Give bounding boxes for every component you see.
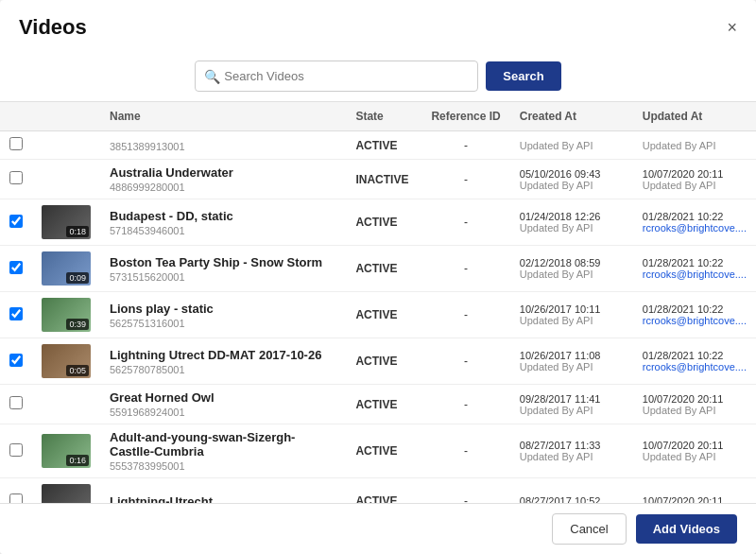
close-button[interactable]: × [727, 19, 737, 36]
video-name-1: Australia Underwater [110, 165, 336, 180]
video-updated-5: 01/28/2021 10:22rcrooks@brightcove.... [633, 338, 756, 385]
video-id-0: 3851389913001 [110, 141, 336, 152]
video-duration-3: 0:09 [66, 272, 89, 284]
videos-table-container: Name State Reference ID Created At Updat… [0, 101, 756, 503]
table-row: Great Horned Owl5591968924001ACTIVE-09/2… [0, 385, 756, 424]
video-thumbnail-5: 0:05 [42, 344, 91, 378]
video-ref-3: - [421, 246, 509, 292]
row-checkbox-0[interactable] [9, 137, 23, 150]
col-updated: Updated At [633, 102, 756, 131]
video-updated-sub-0: Updated By API [643, 140, 747, 151]
row-checkbox-6[interactable] [9, 396, 23, 409]
col-created: Created At [510, 102, 633, 131]
table-row: 0:05Lightning Utrect DD-MAT 2017-10-2656… [0, 338, 756, 385]
video-thumbnail-4: 0:39 [42, 298, 91, 332]
video-state-1: INACTIVE [346, 160, 421, 199]
search-bar: 🔍 Search [0, 51, 756, 101]
video-name-2: Budapest - DD, static [110, 209, 336, 223]
col-ref: Reference ID [421, 102, 509, 131]
video-name-8: Lightning-Utrecht [110, 494, 336, 504]
table-row: 3851389913001ACTIVE-Updated By APIUpdate… [0, 131, 756, 160]
video-updated-sub-7: Updated By API [643, 451, 747, 462]
video-state-5: ACTIVE [346, 338, 421, 385]
videos-modal: Videos × 🔍 Search Name State Reference I… [0, 0, 756, 554]
row-checkbox-4[interactable] [9, 307, 23, 320]
modal-header: Videos × [0, 0, 756, 51]
table-row: 0:16Adult-and-young-swan-Sizergh-Castlle… [0, 424, 756, 478]
video-thumbnail-8 [42, 484, 91, 503]
video-updated-0: Updated By API [633, 131, 756, 160]
search-input[interactable] [195, 61, 478, 92]
video-updated-4: 01/28/2021 10:22rcrooks@brightcove.... [633, 292, 756, 338]
video-updated-8: 10/07/2020 20:11 [633, 478, 756, 504]
video-updated-sub-5[interactable]: rcrooks@brightcove.... [643, 361, 747, 372]
video-created-0: Updated By API [510, 131, 633, 160]
videos-table: Name State Reference ID Created At Updat… [0, 102, 756, 503]
video-state-8: ACTIVE [346, 478, 421, 504]
video-duration-2: 0:18 [66, 226, 89, 237]
row-checkbox-3[interactable] [9, 261, 23, 274]
col-state: State [346, 102, 421, 131]
search-icon: 🔍 [204, 69, 220, 84]
video-updated-sub-4[interactable]: rcrooks@brightcove.... [643, 315, 747, 326]
video-updated-sub-6: Updated By API [643, 405, 747, 416]
video-state-2: ACTIVE [346, 199, 421, 246]
row-checkbox-8[interactable] [9, 493, 23, 504]
video-updated-sub-3[interactable]: rcrooks@brightcove.... [643, 268, 747, 280]
video-created-6: 09/28/2017 11:41Updated By API [510, 385, 633, 424]
video-updated-3: 01/28/2021 10:22rcrooks@brightcove.... [633, 246, 756, 292]
video-created-2: 01/24/2018 12:26Updated By API [510, 199, 633, 246]
col-checkbox [0, 102, 32, 131]
table-row: 0:18Budapest - DD, static5718453946001AC… [0, 199, 756, 246]
video-updated-6: 10/07/2020 20:11Updated By API [633, 385, 756, 424]
video-created-5: 10/26/2017 11:08Updated By API [510, 338, 633, 385]
table-row: Australia Underwater4886999280001INACTIV… [0, 160, 756, 199]
video-updated-sub-1: Updated By API [643, 180, 747, 191]
video-ref-1: - [421, 160, 509, 199]
video-created-1: 05/10/2016 09:43Updated By API [510, 160, 633, 199]
video-updated-1: 10/07/2020 20:11Updated By API [633, 160, 756, 199]
search-button[interactable]: Search [486, 61, 560, 91]
video-updated-sub-2[interactable]: rcrooks@brightcove.... [643, 222, 747, 234]
modal-title: Videos [19, 15, 87, 40]
row-checkbox-1[interactable] [9, 171, 23, 184]
add-videos-button[interactable]: Add Videos [636, 514, 737, 544]
row-checkbox-7[interactable] [9, 443, 23, 457]
video-duration-5: 0:05 [66, 365, 89, 376]
video-thumbnail-7: 0:16 [42, 434, 91, 468]
video-duration-4: 0:39 [66, 319, 89, 330]
video-name-5: Lightning Utrect DD-MAT 2017-10-26 [110, 348, 336, 362]
video-ref-2: - [421, 199, 509, 246]
video-state-4: ACTIVE [346, 292, 421, 338]
video-ref-5: - [421, 338, 509, 385]
col-thumb [32, 102, 100, 131]
video-created-8: 08/27/2017 10:52 [510, 478, 633, 504]
table-row: Lightning-UtrechtACTIVE-08/27/2017 10:52… [0, 478, 756, 504]
video-name-6: Great Horned Owl [110, 390, 336, 405]
video-thumbnail-3: 0:09 [42, 251, 91, 286]
video-created-3: 02/12/2018 08:59Updated By API [510, 246, 633, 292]
video-ref-0: - [421, 131, 509, 160]
video-id-6: 5591968924001 [110, 407, 336, 418]
video-duration-7: 0:16 [66, 455, 89, 466]
video-ref-6: - [421, 385, 509, 424]
video-created-4: 10/26/2017 10:11Updated By API [510, 292, 633, 338]
video-id-7: 5553783995001 [110, 460, 336, 472]
row-checkbox-5[interactable] [9, 354, 23, 367]
video-id-5: 5625780785001 [110, 364, 336, 375]
row-checkbox-2[interactable] [9, 215, 23, 228]
cancel-button[interactable]: Cancel [552, 513, 626, 545]
video-state-6: ACTIVE [346, 385, 421, 424]
video-id-1: 4886999280001 [110, 182, 336, 193]
video-id-2: 5718453946001 [110, 225, 336, 236]
video-name-3: Boston Tea Party Ship - Snow Storm [110, 255, 336, 269]
col-name: Name [100, 102, 346, 131]
video-name-4: Lions play - static [110, 302, 336, 316]
video-name-7: Adult-and-young-swan-Sizergh-Castlle-Cum… [110, 430, 336, 459]
video-ref-4: - [421, 292, 509, 338]
video-ref-7: - [421, 424, 509, 478]
video-id-4: 5625751316001 [110, 318, 336, 329]
table-header-row: Name State Reference ID Created At Updat… [0, 102, 756, 131]
video-state-0: ACTIVE [346, 131, 421, 160]
modal-footer: Cancel Add Videos [0, 503, 756, 554]
